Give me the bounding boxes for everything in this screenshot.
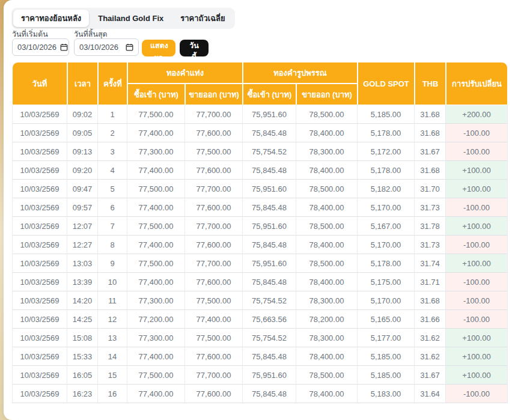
cell-change: +100.00 xyxy=(446,217,508,236)
cell-change: -100.00 xyxy=(446,236,508,254)
cell-bar-buy: 77,500.00 xyxy=(127,105,185,124)
cell-date: 10/03/2569 xyxy=(12,329,67,347)
tab-thailand-gold-fix[interactable]: Thailand Gold Fix xyxy=(90,11,171,25)
table-row: 10/03/256916:231677,400.0077,600.0075,84… xyxy=(12,385,508,403)
cell-date: 10/03/2569 xyxy=(12,385,67,403)
cell-thb: 31.62 xyxy=(415,329,446,347)
cell-bar-sell: 77,600.00 xyxy=(185,236,243,254)
cell-bar-buy: 77,200.00 xyxy=(127,310,185,329)
cell-orn-buy: 75,951.60 xyxy=(243,217,296,236)
cell-date: 10/03/2569 xyxy=(12,180,67,198)
cell-orn-buy: 75,663.56 xyxy=(243,310,296,329)
cell-time: 12:07 xyxy=(67,217,98,236)
header-round: ครั้งที่ xyxy=(98,62,127,105)
table-row: 10/03/256909:57677,400.0077,600.0075,845… xyxy=(12,198,508,217)
table-row: 10/03/256914:251277,200.0077,400.0075,66… xyxy=(12,310,508,329)
cell-orn-buy: 75,845.48 xyxy=(243,273,296,291)
cell-change: +100.00 xyxy=(446,180,508,198)
tab-historical-gold-price[interactable]: ราคาทองย้อนหลัง xyxy=(13,10,89,27)
table-header: วันที่ เวลา ครั้งที่ ทองคำแท่ง ทองคำรูปพ… xyxy=(12,62,508,105)
table-body: 10/03/256909:02177,500.0077,700.0075,951… xyxy=(12,105,508,403)
cell-bar-buy: 77,400.00 xyxy=(127,198,185,217)
cell-thb: 31.68 xyxy=(415,291,446,310)
cell-gold-spot: 5,170.00 xyxy=(358,236,415,254)
cell-orn-sell: 78,500.00 xyxy=(296,254,358,273)
cell-bar-sell: 77,500.00 xyxy=(185,291,243,310)
cell-time: 12:27 xyxy=(67,236,98,254)
cell-orn-buy: 75,951.60 xyxy=(243,366,296,385)
cell-round: 11 xyxy=(98,291,127,310)
cell-gold-spot: 5,175.00 xyxy=(358,273,415,291)
end-date-value: 03/10/2026 xyxy=(79,43,118,52)
table-row: 10/03/256913:03977,500.0077,700.0075,951… xyxy=(12,254,508,273)
cell-date: 10/03/2569 xyxy=(12,291,67,310)
today-button[interactable]: วันนี้ xyxy=(180,40,209,56)
cell-gold-spot: 5,185.00 xyxy=(358,105,415,124)
cell-gold-spot: 5,185.00 xyxy=(358,347,415,366)
header-change: การปรับเปลี่ยน xyxy=(446,62,508,105)
cell-bar-sell: 77,700.00 xyxy=(185,254,243,273)
cell-gold-spot: 5,177.00 xyxy=(358,329,415,347)
cell-bar-buy: 77,400.00 xyxy=(127,161,185,180)
start-date-input[interactable]: 03/10/2026 xyxy=(12,38,69,56)
cell-round: 7 xyxy=(98,217,127,236)
cell-gold-spot: 5,170.00 xyxy=(358,198,415,217)
cell-bar-sell: 77,600.00 xyxy=(185,347,243,366)
cell-thb: 31.68 xyxy=(415,161,446,180)
cell-date: 10/03/2569 xyxy=(12,105,67,124)
cell-change: -100.00 xyxy=(446,124,508,142)
cell-date: 10/03/2569 xyxy=(12,236,67,254)
cell-date: 10/03/2569 xyxy=(12,310,67,329)
cell-change: -100.00 xyxy=(446,198,508,217)
cell-bar-sell: 77,700.00 xyxy=(185,366,243,385)
cell-gold-spot: 5,165.00 xyxy=(358,310,415,329)
calendar-icon[interactable] xyxy=(60,43,68,51)
cell-thb: 31.68 xyxy=(415,105,446,124)
cell-change: -100.00 xyxy=(446,142,508,161)
cell-round: 12 xyxy=(98,310,127,329)
cell-orn-sell: 78,500.00 xyxy=(296,217,358,236)
cell-orn-buy: 75,845.48 xyxy=(243,347,296,366)
cell-thb: 31.73 xyxy=(415,236,446,254)
header-ornament-group: ทองคำรูปพรรณ xyxy=(243,62,358,84)
cell-thb: 31.66 xyxy=(415,310,446,329)
cell-change: -100.00 xyxy=(446,291,508,310)
cell-orn-buy: 75,845.48 xyxy=(243,124,296,142)
cell-bar-buy: 77,300.00 xyxy=(127,142,185,161)
cell-thb: 31.67 xyxy=(415,366,446,385)
cell-orn-sell: 78,400.00 xyxy=(296,161,358,180)
cell-bar-buy: 77,500.00 xyxy=(127,180,185,198)
cell-bar-buy: 77,500.00 xyxy=(127,366,185,385)
cell-change: +100.00 xyxy=(446,366,508,385)
cell-time: 14:25 xyxy=(67,310,98,329)
calendar-icon[interactable] xyxy=(126,43,133,51)
table-row: 10/03/256909:13377,300.0077,500.0075,754… xyxy=(12,142,508,161)
cell-time: 09:02 xyxy=(67,105,98,124)
cell-bar-buy: 77,400.00 xyxy=(127,385,185,403)
tab-average-price[interactable]: ราคาถัวเฉลี่ย xyxy=(172,10,233,27)
cell-orn-sell: 78,400.00 xyxy=(296,198,358,217)
cell-bar-buy: 77,500.00 xyxy=(127,217,185,236)
cell-time: 13:03 xyxy=(67,254,98,273)
cell-round: 2 xyxy=(98,124,127,142)
cell-thb: 31.73 xyxy=(415,198,446,217)
header-bar-sell: ขายออก (บาท) xyxy=(185,84,243,105)
cell-thb: 31.68 xyxy=(415,124,446,142)
end-date-input[interactable]: 03/10/2026 xyxy=(74,38,139,56)
cell-change: -100.00 xyxy=(446,385,508,403)
cell-gold-spot: 5,167.00 xyxy=(358,217,415,236)
table-row: 10/03/256912:27877,400.0077,600.0075,845… xyxy=(12,236,508,254)
cell-time: 16:05 xyxy=(67,366,98,385)
cell-thb: 31.78 xyxy=(415,217,446,236)
cell-date: 10/03/2569 xyxy=(12,217,67,236)
cell-round: 4 xyxy=(98,161,127,180)
cell-orn-sell: 78,400.00 xyxy=(296,124,358,142)
table-row: 10/03/256912:07777,500.0077,700.0075,951… xyxy=(12,217,508,236)
cell-date: 10/03/2569 xyxy=(12,347,67,366)
show-results-button[interactable]: แสดงผล xyxy=(142,40,175,56)
cell-bar-sell: 77,600.00 xyxy=(185,124,243,142)
cell-orn-sell: 78,500.00 xyxy=(296,366,358,385)
cell-date: 10/03/2569 xyxy=(12,366,67,385)
cell-gold-spot: 5,178.00 xyxy=(358,124,415,142)
cell-gold-spot: 5,185.00 xyxy=(358,366,415,385)
